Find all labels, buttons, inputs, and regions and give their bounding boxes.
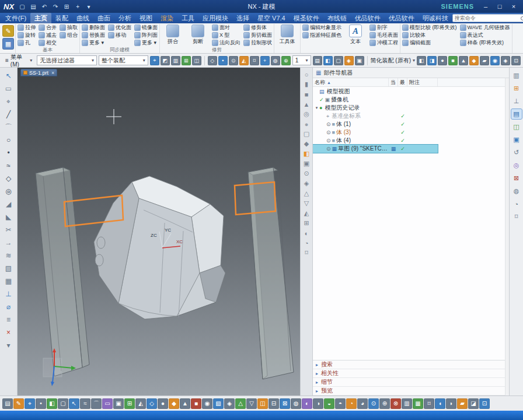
ribbon-button[interactable]: 编辑截面: [402, 39, 458, 47]
touch-panel-icon[interactable]: ⌑: [511, 212, 522, 222]
point-on-face-icon[interactable]: ◍: [271, 56, 280, 65]
new-icon[interactable]: ▢: [18, 2, 27, 11]
bottom-toolbar-icon[interactable]: ▭: [102, 398, 113, 409]
tree-row[interactable]: ⊙ ▦ 草图 (9) "SKETCH_... ▦ ✓: [313, 145, 438, 153]
zoom-icon[interactable]: ◨: [427, 56, 437, 65]
ribbon-button[interactable]: 优化面: [107, 24, 132, 32]
block-tool-icon[interactable]: ■: [302, 90, 311, 99]
ribbon-button[interactable]: 抽取: [59, 24, 78, 32]
point-icon[interactable]: •: [2, 147, 15, 159]
ribbon-tab[interactable]: 明诚科技: [419, 13, 452, 23]
fillet-icon[interactable]: ◣: [2, 211, 15, 223]
fit-view-icon[interactable]: ◧: [417, 56, 426, 65]
ribbon-tab[interactable]: 曲面: [93, 13, 114, 23]
bottom-toolbar-icon[interactable]: ◫: [257, 398, 268, 409]
wireframe-view-icon[interactable]: ▲: [459, 56, 468, 65]
ribbon-tab[interactable]: 应用模块: [198, 13, 232, 23]
sphere-tool-icon[interactable]: ○: [302, 70, 311, 79]
ribbon-button[interactable]: WAVE 几何链接器: [459, 24, 511, 32]
select-edge-icon[interactable]: ▥: [171, 56, 180, 65]
sketch-tool-icon[interactable]: ▦: [2, 38, 14, 50]
ribbon-big-button[interactable]: 工具体: [276, 24, 299, 46]
ribbon-button[interactable]: 拉伸: [17, 24, 36, 32]
cylinder-tool-icon[interactable]: ▮: [302, 80, 311, 89]
dimension-icon[interactable]: ⌀: [2, 301, 15, 313]
snap-icon[interactable]: ⌖: [2, 96, 15, 107]
endpoint-snap-icon[interactable]: ◇: [208, 56, 217, 65]
bottom-toolbar-icon[interactable]: ⊟: [269, 398, 279, 409]
ring-tool-icon[interactable]: ⊙: [302, 169, 311, 178]
ribbon-button[interactable]: 镜像面: [134, 24, 158, 32]
save-icon[interactable]: ▤: [29, 2, 38, 11]
bottom-toolbar-icon[interactable]: ▣: [113, 398, 124, 409]
select-icon[interactable]: ↖: [2, 70, 15, 82]
bottom-toolbar-icon[interactable]: ▧: [213, 398, 224, 409]
ribbon-big-button[interactable]: A 文本: [344, 24, 367, 46]
ribbon-tab[interactable]: 优品软件: [351, 13, 385, 23]
quick-access-dropdown-icon[interactable]: ▾: [84, 2, 93, 11]
arc-icon[interactable]: ⌒: [2, 121, 15, 133]
ribbon-big-button[interactable]: 拼合: [161, 24, 184, 46]
select-body-icon[interactable]: ⊞: [182, 56, 191, 65]
bottom-toolbar-icon[interactable]: ▰: [457, 398, 468, 409]
ribbon-tab[interactable]: 渲染: [156, 13, 177, 23]
ribbon-button[interactable]: 移动: [107, 32, 132, 39]
box-tool-icon[interactable]: ▢: [302, 130, 311, 138]
existing-point-icon[interactable]: ⊕: [281, 56, 291, 65]
line-icon[interactable]: ╱: [2, 108, 15, 120]
simplified-assembly-button[interactable]: 简化装配 (原有) ▾: [371, 57, 415, 65]
ribbon-button[interactable]: 指派特征颜色: [302, 32, 342, 39]
assembly-navigator-icon[interactable]: ⊞: [511, 83, 522, 93]
selection-scope-combo[interactable]: 整个装配 ▾: [99, 55, 148, 65]
ribbon-button[interactable]: 拉制形状: [243, 39, 273, 47]
tree-row[interactable]: ⊙ ■ 体 (4) ✓: [313, 136, 438, 145]
panel-tool-icon[interactable]: ▣: [302, 159, 311, 168]
chamfer-icon[interactable]: ◢: [2, 198, 15, 210]
render-style-icon[interactable]: ◆: [469, 56, 479, 65]
ribbon-button[interactable]: 减去: [38, 32, 57, 39]
ribbon-tab[interactable]: 星空 V7.4: [253, 13, 290, 23]
column-latest[interactable]: 最: [398, 78, 407, 86]
extend-icon[interactable]: →: [2, 237, 15, 249]
ribbon-tab[interactable]: 模圣软件: [290, 13, 323, 23]
search-input[interactable]: [455, 15, 519, 21]
ribbon-button[interactable]: 相交: [38, 39, 57, 47]
3d-viewport-canvas[interactable]: ZC YC XC: [18, 68, 300, 396]
bottom-toolbar-icon[interactable]: ▦: [413, 398, 423, 409]
bottom-toolbar-icon[interactable]: ▲: [180, 398, 190, 409]
ribbon-button[interactable]: 修剪体: [243, 24, 273, 32]
cone-tool-icon[interactable]: ▲: [302, 100, 311, 108]
ribbon-button[interactable]: 更多 ▾: [134, 39, 158, 47]
ribbon-tab[interactable]: 文件(F): [1, 13, 30, 23]
delete-icon[interactable]: ×: [2, 327, 15, 338]
tree-row[interactable]: ✓ ▣ 摄像机: [313, 96, 438, 104]
ribbon-finder-icon[interactable]: ▥: [511, 71, 522, 80]
half-sphere-icon[interactable]: ◐: [302, 229, 311, 237]
bottom-toolbar-icon[interactable]: ◪: [468, 398, 479, 409]
left-fixture-body[interactable]: [36, 167, 89, 376]
wedge-tool-icon[interactable]: △: [302, 189, 311, 198]
ribbon-button[interactable]: 更多 ▾: [81, 39, 106, 47]
ribbon-button[interactable]: 合并: [38, 24, 57, 32]
bottom-toolbar-icon[interactable]: ◧: [47, 398, 57, 409]
circle-icon[interactable]: ○: [2, 134, 15, 146]
bottom-toolbar-icon[interactable]: ↖: [69, 398, 79, 409]
bottom-toolbar-icon[interactable]: ▥: [402, 398, 412, 409]
ribbon-tab[interactable]: 主页: [30, 13, 51, 23]
perspective-icon[interactable]: ◉: [490, 56, 500, 65]
bottom-toolbar-icon[interactable]: ◭: [135, 398, 146, 409]
process-studio-icon[interactable]: ◎: [511, 160, 522, 170]
history-palette-icon[interactable]: ↺: [511, 148, 522, 158]
quarter-icon[interactable]: ◔: [302, 239, 311, 247]
tree-row[interactable]: ⌖ 基准坐标系 ✓: [313, 112, 438, 120]
part-body[interactable]: [94, 176, 225, 319]
ribbon-button[interactable]: 旋转: [17, 32, 36, 39]
select-component-icon[interactable]: ◫: [192, 56, 201, 65]
column-note[interactable]: 附注: [407, 78, 438, 86]
ribbon-button[interactable]: 冲模工程: [369, 39, 399, 47]
column-current[interactable]: 当: [389, 78, 398, 86]
tree-row[interactable]: ⊙ ■ 体 (3) ✓: [313, 128, 438, 136]
hd3d-tools-icon[interactable]: ▣: [511, 135, 522, 145]
orient-view-icon[interactable]: ●: [438, 56, 447, 65]
bottom-toolbar-icon[interactable]: ⊗: [390, 398, 401, 409]
